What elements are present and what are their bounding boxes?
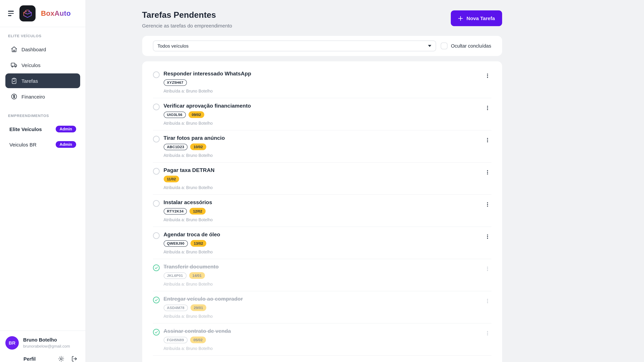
sidebar-header: BoxAuto (0, 0, 86, 27)
task-menu-button[interactable] (484, 104, 491, 113)
menu-icon (8, 11, 14, 12)
task-menu-button[interactable] (484, 200, 491, 210)
profile-email: brunorabelow@gmail.com (23, 344, 70, 349)
theme-toggle-button[interactable] (58, 356, 64, 362)
sidebar-item-label: Dashboard (22, 46, 46, 52)
kebab-icon (485, 170, 490, 175)
task-row: Responder interessado WhatsApp XYZ5H67 A… (153, 66, 491, 98)
vehicle-filter-select[interactable]: Todos veículos (153, 40, 436, 51)
app-logo (20, 5, 36, 21)
task-checkbox[interactable] (153, 136, 160, 142)
sun-icon (58, 356, 64, 362)
sidebar-item-dashboard[interactable]: Dashboard (5, 42, 80, 57)
task-list: Responder interessado WhatsApp XYZ5H67 A… (142, 61, 502, 362)
task-menu-button[interactable] (484, 297, 491, 306)
task-body: Tirar fotos para anúncio ABC1D23 10/02 A… (164, 135, 480, 158)
task-assigned-to: Atribuída a: Bruno Botelho (164, 121, 480, 126)
due-date-badge: 12/02 (190, 208, 206, 215)
task-title: Agendar troca de óleo (164, 231, 480, 238)
task-row: Assinar contrato de venda FGH5N89 05/02 … (153, 324, 491, 356)
check-icon (154, 330, 158, 334)
vehicle-plate-badge: QWE8J90 (164, 240, 188, 247)
task-assigned-to: Atribuída a: Bruno Botelho (164, 185, 480, 190)
check-icon (154, 298, 158, 302)
profile-actions: Perfil (5, 356, 80, 362)
due-date-badge: 10/02 (190, 144, 206, 150)
task-title: Tirar fotos para anúncio (164, 135, 480, 141)
hide-completed-checkbox[interactable] (441, 42, 448, 49)
task-checkbox[interactable] (153, 265, 160, 271)
sidebar-item-veiculos[interactable]: Veículos (5, 58, 80, 72)
task-row: Tirar fotos para anúncio ABC1D23 10/02 A… (153, 130, 491, 163)
enterprises-section-label: EMPREENDIMENTOS (5, 114, 80, 118)
task-row: Pagar taxa DETRAN 11/02 Atribuída a: Bru… (153, 163, 491, 195)
plus-icon (458, 15, 463, 21)
enterprise-name: Elite Veículos (10, 126, 42, 132)
task-body: Transferir documento JKL6P01 14/01 Atrib… (164, 264, 480, 287)
kebab-icon (485, 73, 490, 78)
task-row: Transferir documento JKL6P01 14/01 Atrib… (153, 259, 491, 291)
workspace-section-label: ELITE VEÍCULOS (5, 34, 80, 38)
task-body: Verificar aprovação financiamento UIO3L5… (164, 103, 480, 126)
task-menu-button[interactable] (484, 233, 491, 242)
profile-section: BR Bruno Botelho brunorabelow@gmail.com … (0, 331, 86, 362)
logout-icon (71, 356, 78, 362)
profile-button[interactable]: Perfil (24, 356, 51, 362)
logout-button[interactable] (71, 356, 78, 362)
admin-badge: Admin (56, 126, 76, 132)
page-title: Tarefas Pendentes (142, 10, 232, 20)
new-task-button[interactable]: Nova Tarefa (451, 10, 502, 26)
task-title: Pagar taxa DETRAN (164, 167, 480, 174)
task-title: Transferir documento (164, 264, 480, 270)
task-badges: XYZ5H67 (164, 79, 480, 86)
enterprise-item-elite-veiculos[interactable]: Elite Veículos Admin (5, 122, 80, 136)
task-menu-button[interactable] (484, 168, 491, 177)
vehicle-plate-badge: FGH5N89 (164, 337, 187, 343)
task-assigned-to: Atribuída a: Bruno Botelho (164, 218, 480, 222)
task-assigned-to: Atribuída a: Bruno Botelho (164, 282, 480, 287)
vehicle-filter-value: Todos veículos (158, 43, 188, 49)
task-checkbox[interactable] (153, 329, 160, 336)
admin-badge: Admin (56, 141, 76, 148)
sidebar: BoxAuto ELITE VEÍCULOS Dashboard Veículo… (0, 0, 86, 362)
task-menu-button[interactable] (484, 329, 491, 338)
sidebar-item-tarefas[interactable]: Tarefas (5, 73, 80, 88)
task-menu-button[interactable] (484, 265, 491, 274)
task-checkbox[interactable] (153, 71, 160, 78)
task-checkbox[interactable] (153, 104, 160, 110)
enterprise-item-veiculos-br[interactable]: Veiculos BR Admin (5, 137, 80, 152)
task-body: Pagar taxa DETRAN 11/02 Atribuída a: Bru… (164, 167, 480, 190)
task-badges: ASD4M78 29/01 (164, 304, 480, 311)
task-checkbox[interactable] (153, 232, 160, 239)
profile-row[interactable]: BR Bruno Botelho brunorabelow@gmail.com (5, 336, 80, 350)
task-checkbox[interactable] (153, 297, 160, 303)
vehicle-plate-badge: XYZ5H67 (164, 79, 187, 86)
menu-button[interactable] (8, 11, 14, 16)
kebab-icon (485, 331, 490, 336)
page-header: Tarefas Pendentes Gerencie as tarefas do… (142, 10, 502, 28)
task-badges: UIO3L56 09/02 (164, 111, 480, 118)
vehicle-plate-badge: ABC1D23 (164, 144, 188, 150)
task-checkbox[interactable] (153, 200, 160, 207)
task-menu-button[interactable] (484, 136, 491, 145)
kebab-icon (485, 137, 490, 143)
task-badges: ABC1D23 10/02 (164, 143, 480, 150)
task-assigned-to: Atribuída a: Bruno Botelho (164, 346, 480, 351)
task-checkbox[interactable] (153, 168, 160, 175)
hide-completed-toggle[interactable]: Ocultar concluídas (441, 42, 491, 49)
sidebar-item-label: Tarefas (22, 78, 38, 84)
due-date-badge: 14/01 (189, 272, 205, 279)
task-menu-button[interactable] (484, 72, 491, 81)
task-row: Verificar aprovação financiamento UIO3L5… (153, 98, 491, 130)
sidebar-item-financeiro[interactable]: Financeiro (5, 89, 80, 104)
task-assigned-to: Atribuída a: Bruno Botelho (164, 89, 480, 93)
due-date-badge: 11/02 (164, 176, 179, 183)
brand-name: BoxAuto (41, 9, 71, 17)
profile-name: Bruno Botelho (23, 337, 70, 343)
task-title: Responder interessado WhatsApp (164, 70, 480, 77)
task-badges: 11/02 (164, 176, 480, 183)
enterprises-section: EMPREENDIMENTOS Elite Veículos Admin Vei… (0, 105, 86, 152)
vehicle-plate-badge: RTY2K34 (164, 208, 187, 215)
task-body: Agendar troca de óleo QWE8J90 13/02 Atri… (164, 231, 480, 254)
sidebar-item-label: Financeiro (22, 94, 45, 99)
